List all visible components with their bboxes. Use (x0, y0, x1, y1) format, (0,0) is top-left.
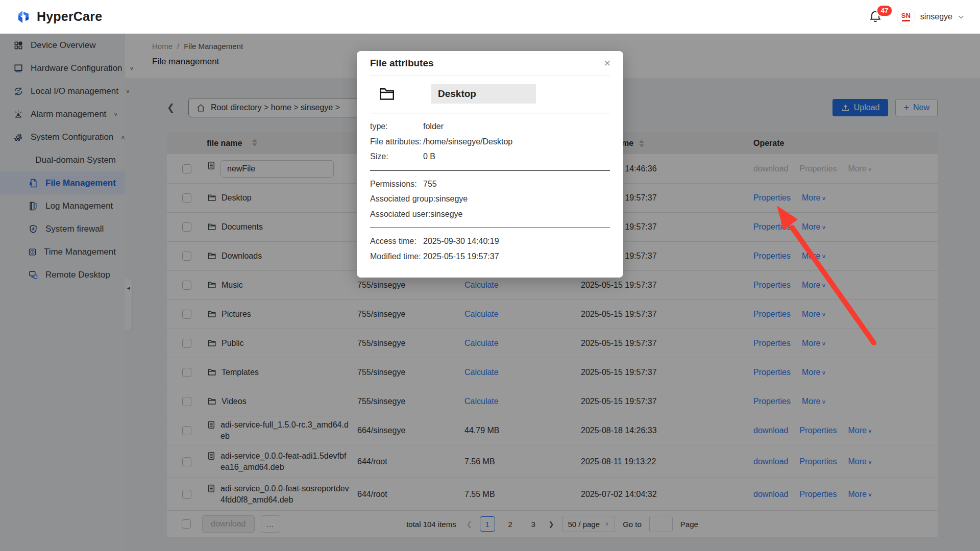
attribute-value: 755 (423, 180, 437, 188)
attribute-value: sinsegye (435, 194, 468, 203)
brand-name: HyperCare (37, 9, 102, 24)
notification-badge: 47 (876, 5, 893, 17)
attribute-value: 0 B (423, 152, 435, 161)
user-menu[interactable]: SN sinsegye (897, 8, 965, 26)
attribute-value: sinsegye (430, 210, 462, 218)
brand-logo-icon (15, 9, 32, 25)
app-header: HyperCare 47 SN sinsegye (0, 0, 980, 34)
attribute-row: Modified time:2025-05-15 19:57:37 (370, 249, 610, 264)
brand: HyperCare (15, 9, 102, 25)
attribute-row: type:folder (370, 119, 610, 134)
attribute-value: 2025-09-30 14:40:19 (423, 237, 499, 245)
modal-title: File attributes (370, 58, 434, 69)
attribute-row: Associated group:sinsegye (370, 191, 610, 207)
chevron-down-icon (958, 13, 965, 20)
attribute-label: Access time: (370, 234, 423, 249)
attribute-row: Permissions:755 (370, 177, 610, 192)
attribute-label: File attributes: (370, 134, 423, 149)
username: sinsegye (920, 12, 952, 21)
notifications-button[interactable]: 47 (868, 9, 884, 24)
avatar: SN (897, 8, 915, 26)
attribute-value: /home/sinsegye/Desktop (423, 137, 512, 146)
attribute-value: 2025-05-15 19:57:37 (423, 252, 499, 261)
attribute-label: Associated user: (370, 207, 430, 222)
attribute-row: Associated user:sinsegye (370, 207, 610, 222)
attribute-row: Access time:2025-09-30 14:40:19 (370, 234, 610, 249)
attribute-label: Associated group: (370, 191, 435, 207)
close-icon[interactable]: ✕ (604, 58, 611, 69)
file-attributes-modal: File attributes ✕ Desktop type:folder Fi… (357, 51, 623, 278)
attribute-label: Modified time: (370, 249, 423, 264)
attribute-value: folder (423, 122, 444, 131)
folder-icon (377, 85, 397, 103)
attribute-label: Size: (370, 149, 423, 164)
attribute-label: type: (370, 119, 423, 134)
attribute-label: Permissions: (370, 177, 423, 192)
modal-file-name: Desktop (431, 84, 536, 104)
attribute-row: Size:0 B (370, 149, 610, 164)
attribute-row: File attributes:/home/sinsegye/Desktop (370, 134, 610, 149)
